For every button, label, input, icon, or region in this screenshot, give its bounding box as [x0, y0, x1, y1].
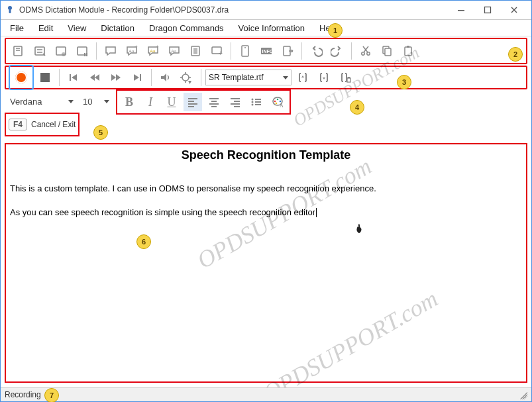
cut-icon[interactable] — [356, 41, 376, 61]
export-icon[interactable] — [278, 41, 297, 61]
menu-file[interactable]: File — [3, 22, 30, 34]
svg-rect-1 — [9, 9, 11, 13]
svg-text:+: + — [219, 50, 223, 57]
separator — [231, 42, 231, 60]
minimize-button[interactable] — [448, 1, 474, 19]
svg-rect-6 — [14, 46, 22, 56]
stop-icon — [40, 73, 50, 82]
bold-button[interactable]: B — [120, 93, 138, 111]
editor-area[interactable]: Speech Recognition Template This is a cu… — [5, 143, 527, 383]
close-button[interactable] — [501, 1, 527, 19]
svg-marker-34 — [90, 74, 95, 81]
align-right-button[interactable] — [226, 93, 244, 111]
fast-fwd-button[interactable] — [106, 68, 126, 87]
annotation-6: 6 — [136, 234, 151, 249]
svg-text:Aa: Aa — [171, 48, 177, 54]
record-button[interactable] — [9, 65, 34, 90]
text-cursor — [316, 208, 317, 217]
align-center-button[interactable] — [205, 93, 223, 111]
menu-voice-info[interactable]: Voice Information — [232, 22, 311, 34]
underline-button[interactable]: U — [162, 93, 181, 111]
font-size-value: 10 — [83, 97, 92, 107]
svg-text:+: + — [156, 44, 159, 50]
svg-point-27 — [367, 52, 370, 55]
skip-next-button[interactable] — [127, 68, 147, 87]
skip-prev-button[interactable] — [64, 68, 83, 87]
svg-rect-42 — [347, 78, 350, 82]
svg-point-22 — [244, 47, 246, 48]
bracket-trash-button[interactable] — [335, 68, 355, 87]
separator — [59, 69, 60, 86]
worktype-icon[interactable] — [30, 41, 50, 61]
svg-point-47 — [277, 99, 279, 101]
resize-grip-icon[interactable] — [518, 390, 527, 399]
annotation-4: 4 — [350, 100, 364, 115]
insert-index-icon[interactable] — [186, 41, 205, 61]
stop-button[interactable] — [35, 68, 55, 87]
locate-button[interactable]: ▾ — [177, 68, 197, 87]
svg-rect-2 — [458, 10, 464, 11]
f4-key-badge: F4 — [9, 119, 27, 130]
title-bar: ODMS Dictation Module - Recording Folder… — [1, 1, 531, 20]
paste-icon[interactable] — [398, 41, 418, 61]
sr-template-combo[interactable]: SR Template.rtf — [205, 70, 292, 85]
svg-text:Aa: Aa — [129, 48, 134, 54]
comment-font-plus2-icon[interactable]: Aa+ — [143, 41, 163, 61]
font-color-button[interactable]: A — [268, 93, 287, 111]
align-left-button[interactable] — [184, 93, 202, 111]
annotation-3: 3 — [397, 75, 411, 89]
svg-marker-35 — [95, 74, 99, 81]
separator — [351, 42, 352, 60]
comment-font-plus-icon[interactable]: Aa+ — [122, 41, 142, 61]
menu-edit[interactable]: Edit — [32, 22, 60, 34]
svg-text:+: + — [134, 44, 138, 50]
svg-point-45 — [252, 104, 254, 106]
svg-marker-39 — [134, 74, 139, 81]
menu-dictation[interactable]: Dictation — [94, 22, 141, 34]
font-name-value: Verdana — [10, 97, 42, 107]
copy-icon[interactable] — [377, 41, 397, 61]
svg-rect-31 — [407, 46, 409, 48]
separator — [96, 42, 97, 60]
separator — [151, 69, 152, 86]
cancel-row: F4 Cancel / Exit — [5, 115, 527, 134]
font-size-select[interactable]: 10 — [80, 95, 112, 110]
sr-template-value: SR Template.rtf — [209, 73, 263, 82]
rewind-button[interactable] — [85, 68, 105, 87]
worktype-mic-icon[interactable] — [51, 41, 71, 61]
italic-button[interactable]: I — [141, 93, 160, 111]
svg-point-9 — [62, 52, 66, 56]
svg-rect-11 — [84, 53, 85, 56]
menu-view[interactable]: View — [61, 22, 93, 34]
svg-text:Aa: Aa — [150, 48, 156, 54]
volume-button[interactable] — [156, 68, 176, 87]
worktype-pause-icon[interactable] — [72, 41, 92, 61]
svg-point-43 — [252, 99, 254, 101]
redo-icon[interactable] — [327, 41, 347, 61]
bracket-down-button[interactable] — [314, 68, 334, 87]
svg-point-48 — [280, 101, 282, 103]
jobdata-icon[interactable] — [235, 41, 255, 61]
svg-marker-33 — [72, 74, 77, 81]
undo-icon[interactable] — [306, 41, 326, 61]
comment-icon[interactable] — [101, 41, 121, 61]
svg-point-26 — [362, 52, 364, 55]
editor-paragraph-2-text: As you can see speech recognition is sim… — [10, 207, 315, 217]
svg-rect-29 — [385, 48, 391, 56]
font-name-select[interactable]: Verdana — [7, 95, 76, 110]
insert-voice-note-icon[interactable]: + — [207, 41, 227, 61]
cancel-exit-button[interactable]: Cancel / Exit — [31, 120, 76, 129]
maximize-button[interactable] — [474, 1, 501, 19]
menu-bar: File Edit View Dictation Dragon Commands… — [1, 20, 531, 36]
info-box-icon[interactable]: INFO — [256, 41, 276, 61]
svg-text:A: A — [280, 103, 284, 109]
comment-font-size-icon[interactable]: Aa — [164, 41, 184, 61]
new-dictation-icon[interactable] — [9, 41, 28, 61]
separator — [301, 42, 302, 60]
annotation-7: 7 — [44, 388, 59, 402]
menu-dragon[interactable]: Dragon Commands — [142, 22, 231, 34]
dragon-flame-icon — [353, 223, 365, 239]
bullet-list-button[interactable] — [247, 93, 266, 111]
window-title: ODMS Dictation Module - Recording Folder… — [19, 5, 448, 15]
bracket-up-button[interactable] — [293, 68, 313, 87]
